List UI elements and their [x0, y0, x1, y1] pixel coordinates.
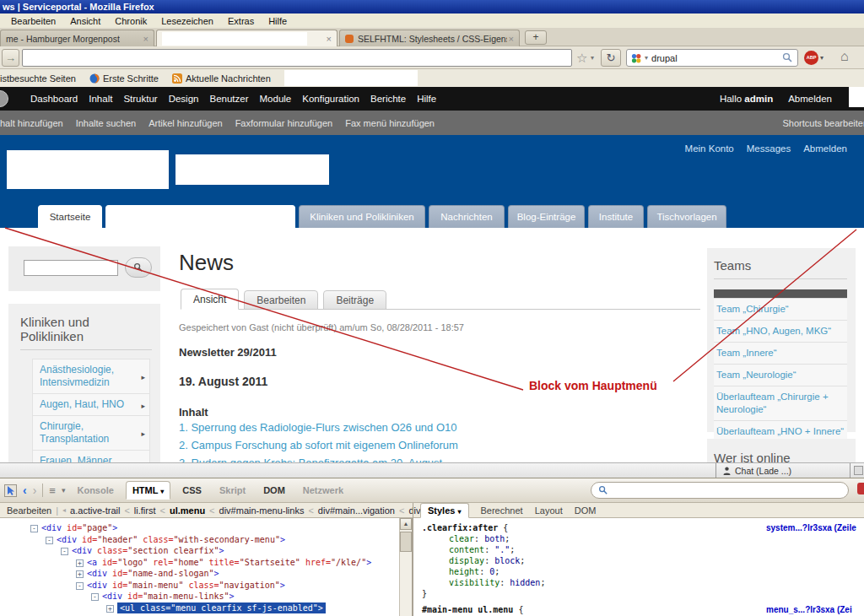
- sidebar-item-anaesthesiologie[interactable]: Anästhesiologie, Intensivmedizin ▸: [32, 359, 150, 394]
- firebug-search-field[interactable]: [591, 482, 849, 499]
- shortcut-inhalte-suchen[interactable]: Inhalte suchen: [76, 118, 137, 128]
- drupal-home-icon[interactable]: [0, 90, 8, 107]
- firebug-tab-skript[interactable]: Skript: [213, 482, 251, 499]
- star-dropdown-icon[interactable]: ▾: [591, 54, 594, 62]
- link-messages[interactable]: Messages: [747, 143, 791, 154]
- admin-design[interactable]: Design: [169, 94, 199, 104]
- crumb-main-navigation[interactable]: div#main...vigation: [318, 505, 395, 516]
- html-node-main-menu[interactable]: -<div id="main-menu" class="navigation">: [0, 580, 399, 592]
- crumb-a-active-trail[interactable]: a.active-trail: [70, 505, 120, 516]
- tab-beitraege[interactable]: Beiträge: [323, 290, 386, 310]
- list-icon[interactable]: ≡: [49, 484, 56, 497]
- site-search-input[interactable]: [24, 260, 118, 276]
- admin-logout[interactable]: Abmelden: [788, 94, 832, 104]
- tab-ansicht[interactable]: Ansicht: [181, 289, 239, 310]
- menu-tab-institute[interactable]: Institute: [588, 205, 644, 228]
- inspect-icon[interactable]: [4, 484, 17, 497]
- css-prop-content[interactable]: content: ".";: [413, 544, 864, 555]
- side-tab-berechnet[interactable]: Berechnet: [481, 505, 523, 516]
- crumb-li-first[interactable]: li.first: [134, 505, 156, 516]
- shortcut-faxformular-hinzufuegen[interactable]: Faxformular hinzufügen: [235, 118, 333, 128]
- collapse-icon[interactable]: -: [46, 537, 53, 544]
- toc-link-2[interactable]: 2. Campus Forschung ab sofort mit eigene…: [179, 439, 458, 451]
- error-indicator-icon[interactable]: [857, 483, 864, 494]
- css-source-link[interactable]: system...?lr3sxa (Zeile: [766, 522, 856, 533]
- bookmark-erste-schritte[interactable]: Erste Schritte: [89, 73, 159, 84]
- browser-tab-3[interactable]: SELFHTML: Stylesheets / CSS-Eigenschaf..…: [339, 30, 520, 46]
- adblock-button[interactable]: ABP ▾: [804, 50, 829, 66]
- admin-konfiguration[interactable]: Konfiguration: [302, 94, 359, 104]
- html-node-main-menu-links[interactable]: -<div id="main-menu-links">: [0, 591, 399, 602]
- reload-button[interactable]: ↻: [601, 49, 621, 67]
- menu-chronik[interactable]: Chronik: [115, 16, 147, 26]
- site-search-button[interactable]: [125, 257, 152, 278]
- collapse-icon[interactable]: -: [91, 593, 99, 601]
- html-tree-scrollbar[interactable]: ▲: [399, 518, 412, 616]
- menu-lesezeichen[interactable]: Lesezeichen: [161, 16, 213, 26]
- collapse-icon[interactable]: -: [61, 548, 68, 555]
- bookmark-star-icon[interactable]: ☆: [576, 51, 587, 66]
- shortcut-artikel-hinzufuegen[interactable]: Artikel hinzufügen: [148, 118, 222, 128]
- admin-hilfe[interactable]: Hilfe: [417, 94, 436, 104]
- menu-tab-nachrichten[interactable]: Nachrichten: [429, 205, 505, 228]
- expand-icon[interactable]: +: [76, 559, 84, 567]
- shortcuts-edit-link[interactable]: Shortcuts bearbeiten: [782, 118, 864, 128]
- team-link-hno[interactable]: Team „HNO, Augen, MKG“: [714, 321, 847, 343]
- chat-options-icon[interactable]: [854, 466, 863, 475]
- menu-extras[interactable]: Extras: [228, 16, 254, 26]
- html-node-logo[interactable]: +<a id="logo" rel="home" title="Startsei…: [0, 557, 399, 569]
- admin-berichte[interactable]: Berichte: [370, 94, 406, 104]
- menu-tab-kliniken[interactable]: Kliniken und Polikliniken: [299, 205, 425, 228]
- expand-icon[interactable]: +: [76, 570, 84, 578]
- shortcut-inhalt-hinzufuegen[interactable]: halt hinzufügen: [0, 118, 63, 128]
- css-source-link[interactable]: menu_s...?lr3sxa (Zei: [766, 604, 852, 615]
- menu-ansicht[interactable]: Ansicht: [70, 16, 100, 26]
- html-node-name-and-slogan[interactable]: +<div id="name-and-slogan">: [0, 568, 399, 580]
- css-rule-clearfix[interactable]: .clearfix:after { system...?lr3sxa (Zeil…: [413, 522, 864, 533]
- html-node-page[interactable]: -<div id="page">: [0, 522, 399, 534]
- menu-tab-startseite[interactable]: Startseite: [38, 205, 102, 228]
- menu-tab-tischvorlagen[interactable]: Tischvorlagen: [647, 205, 726, 228]
- forward-nav-icon[interactable]: ›: [33, 484, 37, 497]
- username[interactable]: admin: [744, 94, 773, 104]
- caret-down-icon[interactable]: ▾: [62, 486, 66, 494]
- crumb-main-menu-links[interactable]: div#main-menu-links: [219, 505, 305, 516]
- html-node-ul-menu-selected[interactable]: +<ul class="menu clearfix sf-js-enabled"…: [0, 602, 399, 614]
- admin-inhalt[interactable]: Inhalt: [89, 94, 112, 104]
- close-icon[interactable]: ×: [143, 34, 148, 44]
- scrollbar-thumb[interactable]: [400, 532, 412, 552]
- sidebar-item-augen[interactable]: Augen, Haut, HNO ▸: [32, 394, 150, 416]
- team-link-chirurgie[interactable]: Team „Chirurgie“: [714, 298, 847, 321]
- link-mein-konto[interactable]: Mein Konto: [685, 143, 734, 154]
- bookmark-most-visited[interactable]: istbesuchte Seiten: [0, 73, 76, 84]
- css-rule-main-menu[interactable]: #main-menu ul.menu { menu_s...?lr3sxa (Z…: [413, 604, 864, 615]
- collapse-icon[interactable]: -: [30, 525, 38, 532]
- html-node-header[interactable]: -<div id="header" class="with-secondary-…: [0, 534, 399, 546]
- crumb-action-bearbeiten[interactable]: Bearbeiten: [7, 505, 51, 516]
- shortcut-faxmenue-hinzufuegen[interactable]: Fax menü hinzufügen: [345, 118, 435, 128]
- search-input-value[interactable]: drupal: [651, 53, 779, 63]
- scroll-up-icon[interactable]: ▲: [400, 518, 412, 530]
- sidebar-item-frauen[interactable]: Frauen, Männer: [32, 451, 150, 462]
- css-prop-height[interactable]: height: 0;: [413, 566, 864, 577]
- magnifier-icon[interactable]: [782, 52, 793, 63]
- browser-tab-2-active[interactable]: ×: [156, 30, 338, 46]
- firebug-tab-css[interactable]: CSS: [176, 482, 208, 499]
- close-icon[interactable]: ×: [327, 34, 332, 44]
- sidebar-item-chirurgie[interactable]: Chirurgie, Transplantation ▸: [32, 416, 150, 451]
- tab-bearbeiten[interactable]: Bearbeiten: [244, 290, 318, 310]
- side-tab-dom[interactable]: DOM: [575, 505, 597, 516]
- menu-bearbeiten[interactable]: Bearbeiten: [11, 16, 56, 26]
- home-icon[interactable]: ⌂: [840, 49, 849, 64]
- admin-benutzer[interactable]: Benutzer: [209, 94, 248, 104]
- new-tab-button[interactable]: +: [525, 30, 547, 45]
- firebug-tab-html[interactable]: HTML ▾: [126, 481, 170, 500]
- browser-tab-1[interactable]: me - Hamburger Morgenpost ×: [0, 30, 154, 46]
- team-link-ueberlauf-chirurgie[interactable]: Überlaufteam „Chirurgie + Neurologie“: [714, 386, 847, 421]
- expand-icon[interactable]: +: [106, 605, 114, 613]
- toc-link-1[interactable]: 1. Sperrung des Radiologie-Flurs zwische…: [179, 421, 457, 434]
- forward-button[interactable]: →: [2, 49, 19, 67]
- menu-hilfe[interactable]: Hilfe: [268, 16, 287, 26]
- collapse-icon[interactable]: -: [76, 582, 84, 590]
- toc-link-3[interactable]: 3. Rudern gegen Krebs: Benefizregatta am…: [179, 457, 442, 462]
